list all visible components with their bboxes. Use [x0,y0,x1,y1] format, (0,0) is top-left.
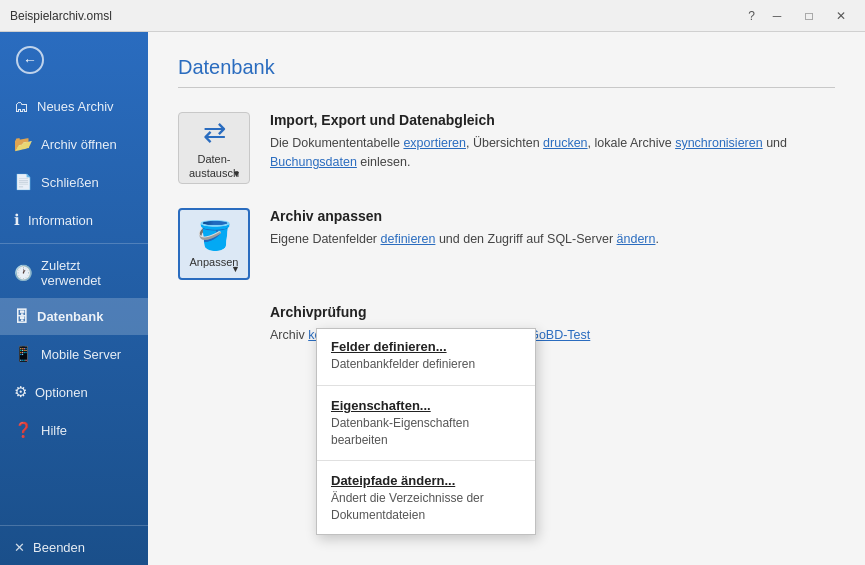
menu-separator-1 [317,385,535,386]
back-icon: ← [16,46,44,74]
sidebar-item-optionen[interactable]: ⚙ Optionen [0,373,148,411]
mobile-server-icon: 📱 [14,345,33,363]
definieren-link[interactable]: definieren [381,232,436,246]
text-before-komprimieren: Archiv [270,328,308,342]
beenden-label: Beenden [33,540,85,555]
page-title: Datenbank [178,56,835,79]
text-between-links: und den Zugriff auf SQL-Server [435,232,616,246]
anpassen-heading: Archiv anpassen [270,208,659,224]
sidebar-item-label: Neues Archiv [37,99,114,114]
help-button[interactable]: ? [748,9,755,23]
eigenschaften-desc: Datenbank-Eigenschaften bearbeiten [331,415,521,449]
text-after-andern: . [655,232,658,246]
drucken-link[interactable]: drucken [543,136,587,150]
back-button[interactable]: ← [0,32,148,88]
content-area: Datenbank ⇄ Daten-austausch ▼ Import, Ex… [148,32,865,565]
menu-item-eigenschaften[interactable]: Eigenschaften... Datenbank-Eigenschaften… [317,388,535,459]
sidebar-nav: 🗂 Neues Archiv 📂 Archiv öffnen 📄 Schließ… [0,88,148,521]
felder-definieren-desc: Datenbankfelder definieren [331,356,521,373]
anpassen-description: Eigene Datenfelder definieren und den Zu… [270,230,659,249]
close-button[interactable]: ✕ [827,6,855,26]
sidebar-bottom: ✕ Beenden [0,521,148,565]
anpassen-text: Archiv anpassen Eigene Datenfelder defin… [270,208,659,249]
window-title: Beispielarchiv.omsl [10,9,112,23]
sidebar-item-mobile-server[interactable]: 📱 Mobile Server [0,335,148,373]
sidebar-item-archiv-offnen[interactable]: 📂 Archiv öffnen [0,125,148,163]
anpassen-icon: 🪣 [197,219,232,252]
feature-card-datenaustausch: ⇄ Daten-austausch ▼ Import, Export und D… [178,112,835,184]
datenaustausch-button[interactable]: ⇄ Daten-austausch ▼ [178,112,250,184]
text-before-export: Die Dokumententabelle [270,136,403,150]
menu-item-dateipfade[interactable]: Dateipfade ändern... Ändert die Verzeich… [317,463,535,534]
zuletzt-icon: 🕐 [14,264,33,282]
sidebar-item-neues-archiv[interactable]: 🗂 Neues Archiv [0,88,148,125]
optionen-icon: ⚙ [14,383,27,401]
export-link[interactable]: exportieren [403,136,466,150]
sidebar-item-label: Hilfe [41,423,67,438]
sidebar-item-datenbank[interactable]: 🗄 Datenbank [0,298,148,335]
text-after-drucken: , lokale Archive [588,136,676,150]
schliessen-icon: 📄 [14,173,33,191]
text-after-buchung: einlesen. [357,155,411,169]
feature-card-anpassen: 🪣 Anpassen ▼ Archiv anpassen Eigene Date… [178,208,835,280]
sidebar-item-schliessen[interactable]: 📄 Schließen [0,163,148,201]
maximize-button[interactable]: □ [795,6,823,26]
synchronisieren-link[interactable]: synchronisieren [675,136,763,150]
felder-definieren-title: Felder definieren... [331,339,521,354]
gobd-link[interactable]: GoBD-Test [529,328,590,342]
anpassen-dropdown-arrow: ▼ [231,264,240,274]
neues-archiv-icon: 🗂 [14,98,29,115]
datenaustausch-heading: Import, Export und Datenabgleich [270,112,835,128]
andern-link[interactable]: ändern [617,232,656,246]
sidebar-item-label: Schließen [41,175,99,190]
hilfe-icon: ❓ [14,421,33,439]
beenden-icon: ✕ [14,540,25,555]
datenaustausch-dropdown-arrow: ▼ [232,169,241,179]
datenaustausch-icon: ⇄ [203,116,226,149]
sidebar-item-zuletzt-verwendet[interactable]: 🕐 Zuletztverwendet [0,248,148,298]
anpassen-dropdown-menu: Felder definieren... Datenbankfelder def… [316,328,536,535]
datenaustausch-text: Import, Export und Datenabgleich Die Dok… [270,112,835,172]
titlebar: Beispielarchiv.omsl ? ─ □ ✕ [0,0,865,32]
menu-item-felder-definieren[interactable]: Felder definieren... Datenbankfelder def… [317,329,535,383]
minimize-button[interactable]: ─ [763,6,791,26]
sidebar-item-label: Information [28,213,93,228]
menu-separator-2 [317,460,535,461]
sidebar-item-label: Datenbank [37,309,103,324]
information-icon: ℹ [14,211,20,229]
eigenschaften-title: Eigenschaften... [331,398,521,413]
dateipfade-title: Dateipfade ändern... [331,473,521,488]
sidebar-divider [0,243,148,244]
text-before-definieren: Eigene Datenfelder [270,232,381,246]
dateipfade-desc: Ändert die Verzeichnisse der Dokumentdat… [331,490,521,524]
sidebar-bottom-divider [0,525,148,526]
sidebar-item-information[interactable]: ℹ Information [0,201,148,239]
pruefung-heading: Archivprüfung [270,304,590,320]
sidebar-item-label: Optionen [35,385,88,400]
sidebar: ← 🗂 Neues Archiv 📂 Archiv öffnen 📄 Schli… [0,32,148,565]
sidebar-item-label: Archiv öffnen [41,137,117,152]
sidebar-item-beenden[interactable]: ✕ Beenden [0,530,148,565]
text-before-buchung: und [763,136,787,150]
sidebar-item-hilfe[interactable]: ❓ Hilfe [0,411,148,449]
datenaustausch-description: Die Dokumententabelle exportieren, Übers… [270,134,835,172]
archiv-offnen-icon: 📂 [14,135,33,153]
sidebar-item-label: Mobile Server [41,347,121,362]
window-controls: ─ □ ✕ [763,6,855,26]
content-divider [178,87,835,88]
text-after-export: , Übersichten [466,136,543,150]
sidebar-item-label: Zuletztverwendet [41,258,101,288]
datenbank-icon: 🗄 [14,308,29,325]
anpassen-button[interactable]: 🪣 Anpassen ▼ [178,208,250,280]
buchungsdaten-link[interactable]: Buchungsdaten [270,155,357,169]
